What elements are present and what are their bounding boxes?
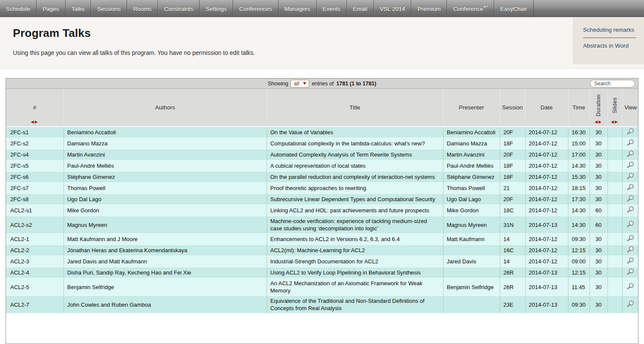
cell-authors: Matt Kaufmann and J Moore (64, 234, 267, 245)
cell-date: 2014-07-12 (525, 256, 568, 267)
nav-tab-conference[interactable]: Conference↩ (447, 0, 494, 17)
cell-authors: Damiano Mazza (64, 138, 267, 149)
entries-text-count: 1781 (1 to 1781) (336, 81, 376, 87)
cell-title: Enhancements to ACL2 in Versions 6.2, 6.… (267, 234, 443, 245)
cell-presenter: Magnus Myreen (443, 216, 500, 234)
nav-tab-settings[interactable]: Settings (200, 0, 233, 17)
cell-num: 2FC-s5 (6, 160, 64, 172)
nav-tab-rooms[interactable]: Rooms (127, 0, 158, 17)
entries-per-page-select[interactable]: all (291, 80, 309, 88)
nav-tab-constraints[interactable]: Constraints (158, 0, 200, 17)
cell-session: 23E (500, 296, 525, 314)
cell-title: Automated Complexity Analysis of Term Re… (267, 149, 443, 160)
view-magnifier-icon[interactable] (627, 151, 634, 157)
cell-slides (608, 183, 622, 194)
table-row: ACL2-4Disha Puri, Sandip Ray, Kecheng Ha… (6, 267, 638, 278)
cell-num: 2FC-s7 (6, 183, 64, 194)
view-magnifier-icon[interactable] (627, 283, 634, 290)
view-magnifier-icon[interactable] (627, 139, 634, 146)
sort-arrows-icon[interactable] (590, 120, 608, 124)
cell-date: 2014-07-12 (525, 127, 568, 138)
cell-view (622, 194, 638, 205)
cell-view (622, 216, 638, 234)
cell-date: 2014-07-13 (525, 296, 568, 314)
table-header-row: # Authors Title Presenter Session Date (6, 89, 638, 127)
cell-title: An ACL2 Mechanization of an Axiomatic Fr… (267, 278, 443, 296)
cell-session: 18F (500, 172, 525, 183)
table-row: ACL2-1Matt Kaufmann and J MooreEnhanceme… (6, 234, 638, 245)
cell-presenter: Martin Avanzini (443, 149, 500, 160)
cell-duration: 30 (589, 234, 608, 245)
cell-title: ACL2(ml): Machine-Learning for ACL2 (267, 245, 443, 256)
cell-presenter: Beniamino Accattoli (443, 127, 500, 138)
cell-presenter: Damiano Mazza (443, 138, 500, 149)
cell-slides (608, 278, 622, 296)
column-header-duration[interactable]: Duration (589, 89, 608, 127)
cell-time: 14:30 (568, 205, 589, 216)
talks-table: # Authors Title Presenter Session Date (6, 89, 638, 313)
nav-tab-managers[interactable]: Managers (279, 0, 317, 17)
view-magnifier-icon[interactable] (627, 246, 634, 253)
cell-authors: Jónathan Heras and Ekaterina Komendantsk… (64, 245, 267, 256)
nav-tab-premium[interactable]: Premium (411, 0, 447, 17)
cell-presenter: Thomas Powell (443, 183, 500, 194)
view-magnifier-icon[interactable] (627, 206, 634, 213)
column-header-authors: Authors (64, 89, 267, 127)
talks-table-body: 2FC-s1Beniamino AccattoliOn the Value of… (6, 127, 638, 313)
cell-authors: Beniamino Accattoli (64, 127, 267, 138)
cell-authors: Magnus Myreen (64, 216, 267, 234)
cell-view (622, 256, 638, 267)
cell-duration: 30 (589, 296, 608, 314)
nav-tab-easychair[interactable]: EasyChair (494, 0, 533, 17)
cell-duration: 30 (589, 149, 608, 160)
sort-arrows-icon[interactable] (608, 120, 622, 124)
cell-num: ACL2-5 (6, 278, 64, 296)
view-magnifier-icon[interactable] (627, 221, 634, 227)
cell-authors: Benjamin Selfridge (64, 278, 267, 296)
cell-slides (608, 256, 622, 267)
nav-tab-schedule[interactable]: Schedule (0, 0, 36, 17)
view-magnifier-icon[interactable] (627, 257, 634, 264)
nav-tab-events[interactable]: Events (317, 0, 347, 17)
search-input[interactable] (590, 80, 635, 88)
table-row: ACL2-s2Magnus MyreenMachine-code verific… (6, 216, 638, 234)
chevron-down-icon (302, 81, 307, 85)
view-magnifier-icon[interactable] (627, 301, 634, 307)
sort-arrows-icon[interactable] (6, 120, 64, 124)
nav-tab-vsl-2014[interactable]: VSL 2014 (374, 0, 412, 17)
nav-tab-conferences[interactable]: Conferences (233, 0, 279, 17)
table-row: ACL2-3Jared Davis and Matt KaufmannIndus… (6, 256, 638, 267)
table-row: ACL2-7John Cowles and Ruben GamboaEquiva… (6, 296, 638, 314)
cell-authors: Mike Gordon (64, 205, 267, 216)
cell-view (622, 127, 638, 138)
cell-session: 20F (500, 149, 525, 160)
scheduling-remarks-link[interactable]: Scheduling remarks (583, 27, 644, 33)
view-magnifier-icon[interactable] (627, 195, 634, 202)
page-header: Program Talks Using this page you can vi… (0, 17, 644, 69)
cell-session: 18C (500, 205, 525, 216)
view-magnifier-icon[interactable] (627, 128, 634, 135)
column-header-slides[interactable]: Slides (608, 89, 622, 127)
nav-tab-sessions[interactable]: Sessions (91, 0, 127, 17)
cell-view (622, 278, 638, 296)
cell-date: 2014-07-12 (525, 149, 568, 160)
view-magnifier-icon[interactable] (627, 162, 634, 168)
cell-time: 12:15 (568, 245, 589, 256)
cell-duration: 60 (589, 216, 608, 234)
nav-tab-talks[interactable]: Talks (66, 0, 91, 17)
view-magnifier-icon[interactable] (627, 269, 634, 275)
nav-tab-email[interactable]: Email (347, 0, 374, 17)
view-magnifier-icon[interactable] (627, 173, 634, 179)
nav-tab-pages[interactable]: Pages (36, 0, 65, 17)
cell-date: 2014-07-13 (525, 278, 568, 296)
cell-authors: John Cowles and Ruben Gamboa (64, 296, 267, 314)
cell-date: 2014-07-12 (525, 245, 568, 256)
cell-authors: Ugo Dal Lago (64, 194, 267, 205)
cell-presenter: Paul-André Melliès (443, 160, 500, 172)
view-magnifier-icon[interactable] (627, 235, 634, 241)
cell-title: A cubical representation of local states (267, 160, 443, 172)
column-header-num[interactable]: # (6, 89, 64, 127)
cell-authors: Thomas Powell (64, 183, 267, 194)
view-magnifier-icon[interactable] (627, 184, 634, 190)
abstracts-in-word-link[interactable]: Abstracts in Word (583, 42, 644, 49)
